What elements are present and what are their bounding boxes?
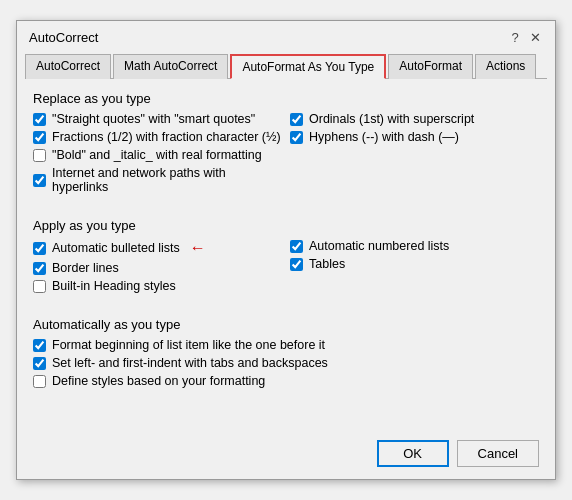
set-left-indent-label[interactable]: Set left- and first-indent with tabs and… [52, 356, 328, 370]
section-automatically-title: Automatically as you type [33, 317, 539, 332]
format-beginning-label[interactable]: Format beginning of list item like the o… [52, 338, 325, 352]
close-button[interactable]: ✕ [527, 29, 543, 45]
tab-autoformat[interactable]: AutoFormat [388, 54, 473, 79]
list-item: Ordinals (1st) with superscript [290, 112, 539, 126]
internet-paths-label[interactable]: Internet and network paths with hyperlin… [52, 166, 282, 194]
format-beginning-checkbox[interactable] [33, 339, 46, 352]
list-item: Built-in Heading styles [33, 279, 282, 293]
apply-right: Automatic numbered lists Tables [290, 239, 539, 297]
list-item: Border lines [33, 261, 282, 275]
fractions-checkbox[interactable] [33, 131, 46, 144]
autocorrect-dialog: AutoCorrect ? ✕ AutoCorrect Math AutoCor… [16, 20, 556, 480]
border-lines-label[interactable]: Border lines [52, 261, 119, 275]
list-item: Tables [290, 257, 539, 271]
internet-paths-checkbox[interactable] [33, 174, 46, 187]
ok-button[interactable]: OK [377, 440, 449, 467]
list-item: Internet and network paths with hyperlin… [33, 166, 282, 194]
automatically-section: Format beginning of list item like the o… [33, 338, 539, 388]
tables-checkbox[interactable] [290, 258, 303, 271]
dialog-title: AutoCorrect [29, 30, 98, 45]
define-styles-label[interactable]: Define styles based on your formatting [52, 374, 265, 388]
smart-quotes-checkbox[interactable] [33, 113, 46, 126]
smart-quotes-label[interactable]: "Straight quotes" with "smart quotes" [52, 112, 255, 126]
list-item: Fractions (1/2) with fraction character … [33, 130, 282, 144]
auto-numbered-checkbox[interactable] [290, 240, 303, 253]
list-item: Automatic bulleted lists ← [33, 239, 282, 257]
replace-right: Ordinals (1st) with superscript Hyphens … [290, 112, 539, 198]
tab-autoformat-as-you-type[interactable]: AutoFormat As You Type [230, 54, 386, 79]
cancel-button[interactable]: Cancel [457, 440, 539, 467]
built-in-heading-checkbox[interactable] [33, 280, 46, 293]
list-item: Automatic numbered lists [290, 239, 539, 253]
auto-numbered-label[interactable]: Automatic numbered lists [309, 239, 449, 253]
list-item: Hyphens (--) with dash (—) [290, 130, 539, 144]
set-left-indent-checkbox[interactable] [33, 357, 46, 370]
ordinals-checkbox[interactable] [290, 113, 303, 126]
hyphens-label[interactable]: Hyphens (--) with dash (—) [309, 130, 459, 144]
section-replace-title: Replace as you type [33, 91, 539, 106]
title-bar: AutoCorrect ? ✕ [17, 21, 555, 45]
section-apply-title: Apply as you type [33, 218, 539, 233]
replace-section: "Straight quotes" with "smart quotes" Fr… [33, 112, 539, 198]
help-button[interactable]: ? [507, 29, 523, 45]
tables-label[interactable]: Tables [309, 257, 345, 271]
built-in-heading-label[interactable]: Built-in Heading styles [52, 279, 176, 293]
apply-section: Automatic bulleted lists ← Border lines … [33, 239, 539, 297]
list-item: "Straight quotes" with "smart quotes" [33, 112, 282, 126]
border-lines-checkbox[interactable] [33, 262, 46, 275]
replace-left: "Straight quotes" with "smart quotes" Fr… [33, 112, 282, 198]
apply-left: Automatic bulleted lists ← Border lines … [33, 239, 282, 297]
hyphens-checkbox[interactable] [290, 131, 303, 144]
list-item: Define styles based on your formatting [33, 374, 539, 388]
list-item: Set left- and first-indent with tabs and… [33, 356, 539, 370]
list-item: Format beginning of list item like the o… [33, 338, 539, 352]
dialog-footer: OK Cancel [17, 432, 555, 479]
auto-bulleted-checkbox[interactable] [33, 242, 46, 255]
fractions-label[interactable]: Fractions (1/2) with fraction character … [52, 130, 281, 144]
list-item: "Bold" and _italic_ with real formatting [33, 148, 282, 162]
tab-autocorrect[interactable]: AutoCorrect [25, 54, 111, 79]
tab-actions[interactable]: Actions [475, 54, 536, 79]
tab-math-autocorrect[interactable]: Math AutoCorrect [113, 54, 228, 79]
define-styles-checkbox[interactable] [33, 375, 46, 388]
red-arrow-icon: ← [190, 239, 206, 257]
bold-italic-label[interactable]: "Bold" and _italic_ with real formatting [52, 148, 262, 162]
tab-bar: AutoCorrect Math AutoCorrect AutoFormat … [25, 53, 547, 79]
title-controls: ? ✕ [507, 29, 543, 45]
dialog-content: Replace as you type "Straight quotes" wi… [17, 79, 555, 432]
ordinals-label[interactable]: Ordinals (1st) with superscript [309, 112, 474, 126]
bold-italic-checkbox[interactable] [33, 149, 46, 162]
auto-bulleted-label[interactable]: Automatic bulleted lists [52, 241, 180, 255]
